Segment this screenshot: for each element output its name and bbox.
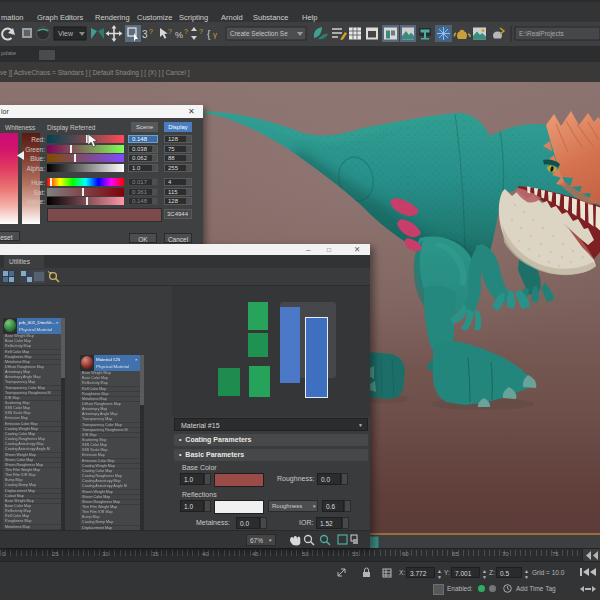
svg-text:3: 3 <box>142 29 148 40</box>
svg-text:γ: γ <box>213 30 217 39</box>
svg-text:%: % <box>175 30 183 40</box>
svg-text:{: { <box>207 29 211 40</box>
svg-text:?: ? <box>168 28 172 35</box>
svg-text:E:\RealProjects: E:\RealProjects <box>519 30 565 38</box>
svg-text:View: View <box>58 30 74 37</box>
svg-text:?: ? <box>184 28 188 35</box>
svg-text:?: ? <box>149 28 153 35</box>
svg-text:?: ? <box>199 28 203 35</box>
svg-text:Create Selection Se: Create Selection Se <box>230 30 288 37</box>
